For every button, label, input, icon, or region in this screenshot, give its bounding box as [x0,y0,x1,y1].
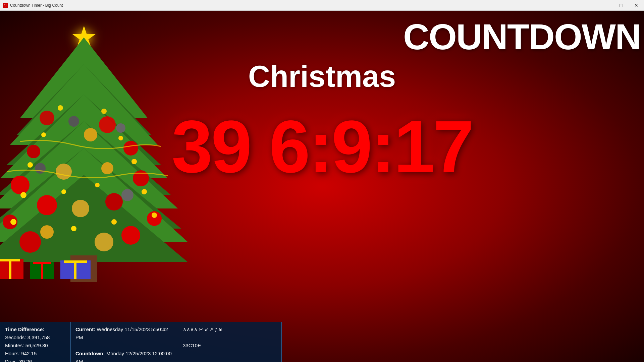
titlebar: ⏱ Countdown Timer - Big Count — □ ✕ [0,0,644,11]
svg-point-45 [10,219,16,225]
titlebar-left: ⏱ Countdown Timer - Big Count [0,3,63,8]
svg-point-28 [72,200,89,217]
close-button[interactable]: ✕ [629,0,644,11]
svg-point-47 [71,226,76,231]
svg-point-23 [19,231,41,253]
countdown-display: 39 6:9:17 [0,105,644,189]
svg-rect-54 [41,262,43,279]
dates-panel: Current: Wednesday 11/15/2023 5:50:42 PM… [70,322,178,362]
bottom-panels: Time Difference: Seconds: 3,391,758 Minu… [0,322,644,362]
svg-point-46 [152,213,157,218]
svg-point-24 [121,226,140,245]
svg-point-43 [61,189,66,194]
minutes-row: Minutes: 56,529.30 [5,342,66,350]
titlebar-controls: — □ ✕ [598,0,644,11]
app-icon: ⏱ [3,3,8,8]
code-row: 33C10E [183,342,277,350]
empty-row [75,342,173,350]
main-content: ★ [0,11,644,362]
hours-row: Hours: 942.15 [5,350,66,358]
empty-row3 [183,334,277,342]
svg-point-29 [40,225,54,239]
days-row: Days: 39.26 [5,358,66,362]
minimize-button[interactable]: — [598,0,613,11]
svg-point-48 [111,219,117,225]
time-diff-label: Time Difference: [5,325,66,334]
countdown-title: COUNTDOWN [403,16,641,58]
svg-point-19 [37,195,57,215]
svg-point-34 [121,189,133,201]
window-title: Countdown Timer - Big Count [10,3,63,8]
svg-rect-49 [0,259,23,279]
event-name: Christmas [0,59,644,94]
countdown-row: Countdown: Monday 12/25/2023 12:00:00 AM [75,350,173,362]
current-row: Current: Wednesday 11/15/2023 5:50:42 PM [75,325,173,342]
svg-rect-51 [9,259,11,279]
time-difference-panel: Time Difference: Seconds: 3,391,758 Minu… [0,322,70,362]
symbols-row: ∧∧∧∧ ✂ ↙↗ ƒ ¥ [183,325,277,334]
seconds-row: Seconds: 3,391,758 [5,334,66,342]
svg-point-41 [20,192,26,198]
svg-point-30 [95,233,113,251]
symbols-panel: ∧∧∧∧ ✂ ↙↗ ƒ ¥ 33C10E [178,322,282,362]
svg-rect-57 [74,260,76,279]
svg-point-42 [142,189,147,194]
maximize-button[interactable]: □ [613,0,629,11]
svg-point-20 [105,193,123,210]
